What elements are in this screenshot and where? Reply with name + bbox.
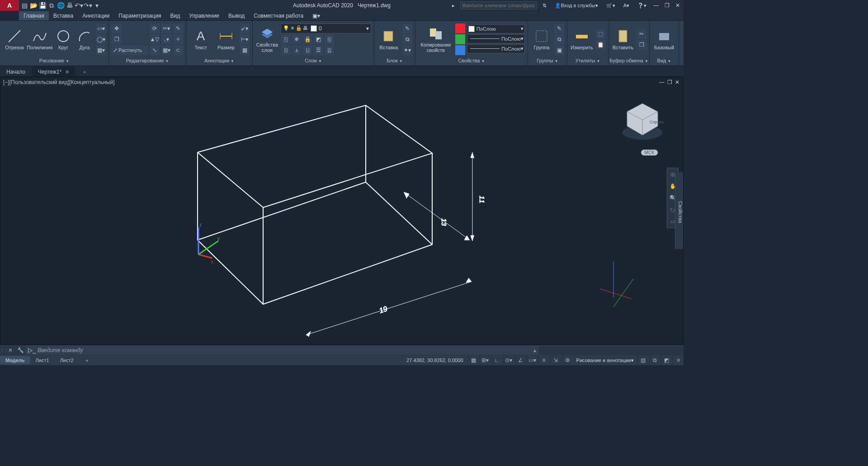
layout-sheet2[interactable]: Лист2: [55, 356, 79, 364]
tab-view[interactable]: Вид: [166, 11, 185, 20]
polyline-button[interactable]: Полилиния: [28, 22, 52, 56]
layer-freeze-icon[interactable]: ❄: [292, 34, 302, 44]
measure-button[interactable]: Измерить: [570, 22, 594, 56]
rotate-icon[interactable]: ⟳: [150, 24, 160, 33]
isoplane-icon[interactable]: ∠: [515, 355, 526, 365]
tab-param[interactable]: Параметризация: [114, 11, 165, 20]
layer-more-icon[interactable]: ⍍: [324, 45, 334, 55]
help-icon[interactable]: ❔▾: [635, 0, 649, 11]
properties-palette[interactable]: Свойства: [675, 172, 683, 249]
text-button[interactable]: A Текст: [189, 22, 212, 56]
app-logo[interactable]: A: [0, 0, 19, 11]
restore-button[interactable]: ❐: [663, 0, 671, 11]
search-arrow-icon[interactable]: ▸: [449, 0, 458, 11]
layer-walk-icon[interactable]: ⍋: [292, 45, 302, 55]
color-combo[interactable]: ПоСлою▾: [467, 24, 525, 33]
tab-collab[interactable]: Совместная работа: [249, 11, 308, 20]
offset-icon[interactable]: ⊂: [173, 45, 183, 55]
util-select-icon[interactable]: ⬚: [595, 29, 605, 39]
dim-button[interactable]: Размер: [214, 22, 238, 56]
plot-icon[interactable]: 🖶: [65, 0, 74, 11]
exchange-icon[interactable]: A▾: [621, 0, 632, 11]
tab-insert[interactable]: Вставка: [49, 11, 78, 20]
layer-merge-icon[interactable]: ⍌: [302, 45, 312, 55]
panel-modify-title[interactable]: Редактирование: [126, 58, 164, 63]
explode-icon[interactable]: ✧: [173, 34, 183, 44]
group-edit-icon[interactable]: ✎: [554, 24, 564, 33]
array-icon[interactable]: ▦▾: [161, 45, 171, 55]
vp-close-icon[interactable]: ✕: [675, 79, 679, 85]
panel-props-title[interactable]: Свойства: [458, 58, 480, 63]
tab-featured-icon[interactable]: ▣▾: [308, 11, 325, 20]
stretch-button[interactable]: ⤢ Растянуть: [112, 45, 148, 55]
close-button[interactable]: ✕: [674, 0, 682, 11]
custom-icon[interactable]: ≡: [673, 355, 684, 365]
arc-button[interactable]: Дуга: [75, 22, 94, 56]
ellipse-icon[interactable]: ◯▾: [96, 34, 106, 44]
coords-readout[interactable]: 27.4382, 30.8262, 0.0000: [403, 358, 467, 363]
search-input[interactable]: [460, 1, 537, 9]
open-icon[interactable]: 📂: [29, 0, 38, 11]
new-icon[interactable]: ▤: [20, 0, 29, 11]
line-button[interactable]: Отрезок: [3, 22, 26, 56]
tab-home[interactable]: Главная: [19, 11, 49, 20]
block-insert-button[interactable]: Вставка: [377, 22, 401, 56]
file-tab-doc[interactable]: Чертеж1* ✕: [32, 66, 75, 76]
cmd-close-icon[interactable]: ✕: [5, 347, 15, 353]
connect-icon[interactable]: ⇅: [540, 0, 549, 11]
user-icon[interactable]: 👤 Вход в службы▾: [552, 0, 601, 11]
fillet-icon[interactable]: ◟▾: [161, 34, 171, 44]
tab-annot[interactable]: Аннотации: [78, 11, 114, 20]
scale-icon[interactable]: ⤡: [150, 45, 160, 55]
layer-combo[interactable]: 💡☀🔓🖶 0 ▾: [281, 24, 371, 33]
snap-toggle-icon[interactable]: ⊞▾: [480, 355, 491, 365]
polar-icon[interactable]: ⊙▾: [503, 355, 514, 365]
grid-toggle-icon[interactable]: ▦: [468, 355, 479, 365]
layout-add[interactable]: ＋: [79, 356, 95, 365]
block-attr-icon[interactable]: ✦▾: [402, 45, 412, 55]
isolate-icon[interactable]: ◩: [661, 355, 672, 365]
panel-util-title[interactable]: Утилиты: [576, 58, 595, 63]
panel-view-title[interactable]: Вид: [657, 58, 666, 63]
group-sel-icon[interactable]: ▣: [554, 45, 564, 55]
ortho-icon[interactable]: ∟: [491, 355, 502, 365]
util-count-icon[interactable]: 📋: [595, 40, 605, 50]
color-red-icon[interactable]: [455, 24, 465, 33]
block-create-icon[interactable]: ✎: [402, 24, 412, 33]
circle-button[interactable]: Круг: [53, 22, 73, 56]
lweight-combo[interactable]: ПоСлою▾: [467, 34, 525, 43]
monitor-icon[interactable]: ⧉: [649, 355, 660, 365]
annoscale-icon[interactable]: ▤: [637, 355, 648, 365]
gear-icon[interactable]: ⚙: [562, 355, 573, 365]
move-icon[interactable]: ✥: [112, 24, 122, 33]
layer-iso-icon[interactable]: ◩: [313, 34, 323, 44]
color-green-icon[interactable]: [455, 34, 465, 44]
match-props-button[interactable]: Копирование свойств: [418, 22, 453, 56]
redo-icon[interactable]: ↷▾: [83, 0, 92, 11]
copy-icon[interactable]: ❐: [112, 34, 122, 44]
panel-clip-title[interactable]: Буфер обмена: [609, 58, 643, 63]
table-icon[interactable]: ▦: [240, 45, 250, 55]
erase-icon[interactable]: ✎: [173, 24, 183, 33]
copy-clip-icon[interactable]: ❐: [637, 40, 646, 50]
save-icon[interactable]: 💾: [38, 0, 47, 11]
qat-more-icon[interactable]: ▾: [92, 0, 101, 11]
layer-off-icon[interactable]: ⍂: [281, 34, 291, 44]
cmd-handle-icon[interactable]: ⋮⋮: [0, 348, 5, 353]
cart-icon[interactable]: 🛒▾: [604, 0, 618, 11]
dim2-icon[interactable]: ⊢▾: [240, 34, 250, 44]
3dosnap-icon[interactable]: ≡: [538, 355, 549, 365]
ltype-combo[interactable]: ПоСлою▾: [467, 44, 525, 53]
color-blue-icon[interactable]: [455, 45, 465, 55]
block-edit-icon[interactable]: ⧉: [402, 34, 412, 44]
file-tab-start[interactable]: Начало: [0, 66, 32, 76]
osnap-icon[interactable]: ▭▾: [527, 355, 538, 365]
rect-icon[interactable]: ▭▾: [96, 24, 106, 33]
file-tab-add[interactable]: ＋: [75, 66, 88, 76]
layout-model[interactable]: Модель: [0, 356, 30, 364]
panel-layers-title[interactable]: Слои: [305, 58, 317, 63]
file-tab-close-icon[interactable]: ✕: [65, 69, 69, 75]
base-view-button[interactable]: Базовый: [652, 22, 676, 56]
web-icon[interactable]: 🌐: [56, 0, 65, 11]
undo-icon[interactable]: ↶▾: [74, 0, 83, 11]
